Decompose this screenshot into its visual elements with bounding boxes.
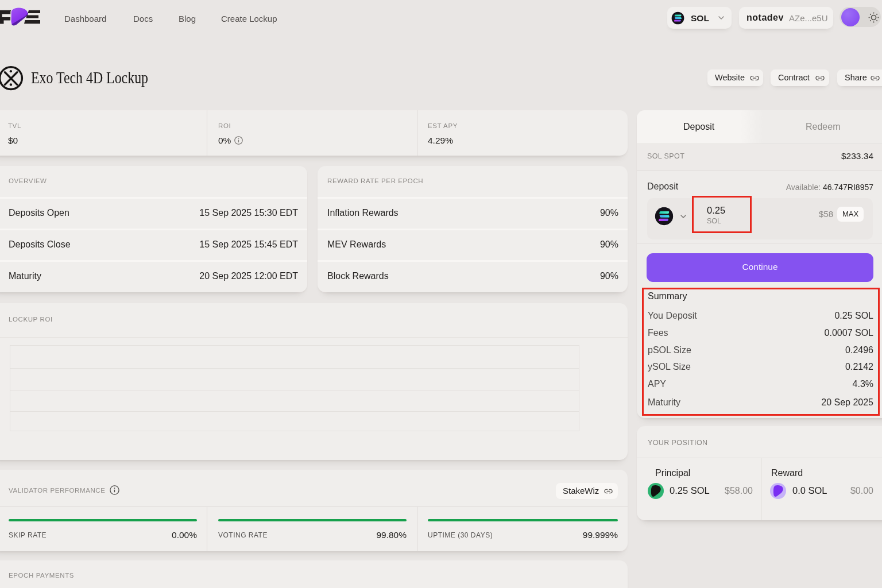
svg-text:Exo Tech 4D Lockup: Exo Tech 4D Lockup — [31, 68, 148, 87]
